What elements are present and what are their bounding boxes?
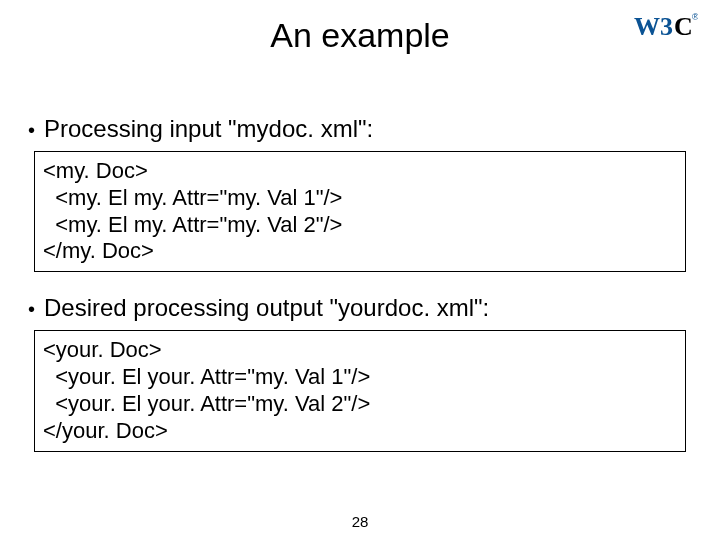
bullet-item: • Desired processing output "yourdoc. xm… [28, 294, 700, 322]
code-block-input: <my. Doc> <my. El my. Attr="my. Val 1"/>… [34, 151, 686, 272]
bullet-dot-icon: • [28, 118, 44, 142]
page-number: 28 [0, 513, 720, 530]
w3c-logo: W3 C ® [634, 10, 698, 44]
slide-container: W3 C ® An example • Processing input "my… [0, 0, 720, 540]
svg-text:W3: W3 [634, 12, 673, 41]
bullet-text: Processing input "mydoc. xml": [44, 115, 373, 143]
bullet-text: Desired processing output "yourdoc. xml"… [44, 294, 489, 322]
slide-title: An example [20, 16, 700, 55]
bullet-dot-icon: • [28, 297, 44, 321]
bullet-item: • Processing input "mydoc. xml": [28, 115, 700, 143]
svg-text:C: C [674, 12, 693, 41]
svg-text:®: ® [692, 12, 698, 22]
w3c-logo-icon: W3 C ® [634, 10, 698, 44]
code-block-output: <your. Doc> <your. El your. Attr="my. Va… [34, 330, 686, 451]
